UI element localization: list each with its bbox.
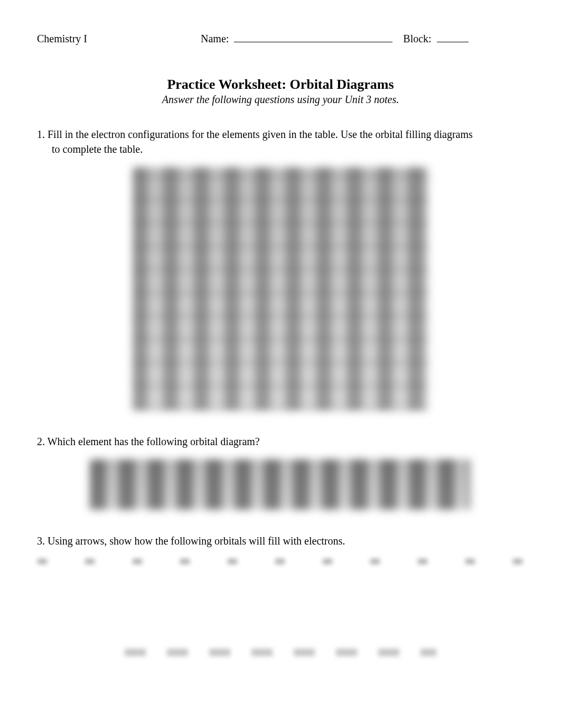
question-1-text-line1: Fill in the electron configurations for … [48, 128, 473, 140]
orbital-table-image-blurred [133, 167, 428, 410]
question-3-text: Using arrows, show how the following orb… [48, 535, 345, 547]
name-input-line[interactable] [234, 32, 392, 42]
question-1-number: 1. [37, 128, 45, 140]
worksheet-subtitle: Answer the following questions using you… [37, 94, 524, 106]
blurred-content-strip-2 [125, 649, 436, 656]
question-2-number: 2. [37, 436, 45, 447]
question-3-number: 3. [37, 535, 45, 547]
worksheet-title: Practice Worksheet: Orbital Diagrams [37, 77, 524, 93]
orbital-diagram-image-blurred [90, 459, 470, 510]
name-label: Name: [201, 33, 229, 45]
course-name: Chemistry I [37, 33, 195, 45]
block-input-line[interactable] [437, 32, 469, 42]
question-2: 2. Which element has the following orbit… [37, 434, 524, 449]
question-2-text: Which element has the following orbital … [48, 436, 260, 447]
question-3: 3. Using arrows, show how the following … [37, 533, 524, 548]
question-1: 1. Fill in the electron configurations f… [37, 127, 524, 156]
page-header: Chemistry I Name: Block: [37, 32, 524, 45]
question-1-text-line2: to complete the table. [37, 142, 524, 156]
blurred-content-strip-1 [38, 559, 523, 564]
block-label: Block: [403, 33, 431, 45]
